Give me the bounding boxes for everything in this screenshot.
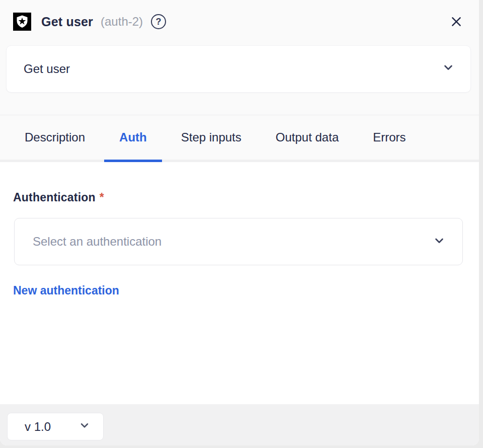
tab-errors[interactable]: Errors: [358, 115, 421, 160]
tab-bar: Description Auth Step inputs Output data…: [0, 115, 479, 162]
top-section: Get user (auth-2) ? Get user: [0, 0, 479, 115]
chevron-down-icon: [432, 234, 446, 250]
authentication-select[interactable]: Select an authentication: [14, 218, 463, 265]
chevron-down-icon: [441, 60, 455, 78]
tab-output-data[interactable]: Output data: [261, 115, 354, 160]
authentication-field-label: Authentication*: [13, 191, 463, 204]
help-icon[interactable]: ?: [151, 14, 166, 29]
action-config-panel: Get user (auth-2) ? Get user Description…: [0, 0, 479, 445]
new-authentication-link[interactable]: New authentication: [13, 284, 119, 297]
required-asterisk: *: [100, 191, 104, 204]
tab-step-inputs[interactable]: Step inputs: [166, 115, 257, 160]
step-id-label: (auth-2): [101, 15, 143, 29]
tab-description[interactable]: Description: [10, 115, 100, 160]
authentication-select-placeholder: Select an authentication: [33, 235, 162, 249]
tab-auth[interactable]: Auth: [104, 115, 162, 160]
action-dropdown[interactable]: Get user: [6, 45, 471, 93]
version-dropdown[interactable]: v 1.0: [7, 413, 104, 440]
header: Get user (auth-2) ?: [0, 0, 479, 31]
page-title: Get user: [41, 15, 93, 29]
version-label: v 1.0: [25, 420, 51, 434]
auth0-logo-icon: [13, 13, 31, 31]
footer-bar: v 1.0: [0, 404, 479, 445]
close-icon[interactable]: [450, 15, 463, 28]
authentication-label-text: Authentication: [13, 191, 96, 204]
auth-tab-content: Authentication* Select an authentication…: [0, 162, 479, 404]
chevron-down-icon: [78, 419, 91, 435]
action-dropdown-value: Get user: [24, 62, 70, 76]
